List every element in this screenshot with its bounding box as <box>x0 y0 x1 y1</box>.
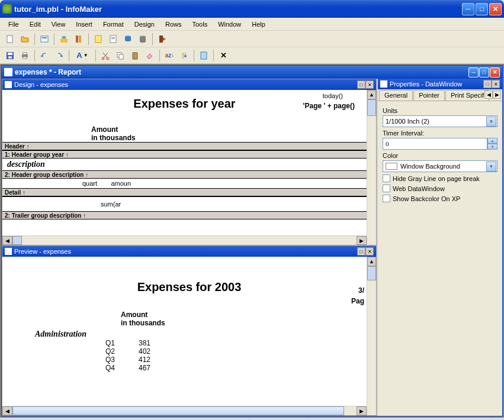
menu-design[interactable]: Design <box>130 20 159 29</box>
maximize-button[interactable]: □ <box>476 3 488 15</box>
preview-hscroll[interactable]: ◀ ▶ <box>2 406 367 415</box>
svg-rect-3 <box>60 38 68 43</box>
preview-scroll-left[interactable]: ◀ <box>2 406 12 415</box>
svg-rect-2 <box>42 37 47 38</box>
timer-input[interactable] <box>383 138 487 150</box>
library-button[interactable] <box>57 33 70 46</box>
properties-close-button[interactable]: ✕ <box>492 80 500 88</box>
scroll-left-icon[interactable]: ◀ <box>2 236 12 245</box>
preview-content[interactable]: ▲ 3/ Pag Expenses for 2003 Amount in tho… <box>2 257 376 415</box>
properties-icon <box>380 80 387 88</box>
cut-button[interactable] <box>99 49 112 62</box>
close-button[interactable]: ✕ <box>489 3 502 15</box>
band-trailer[interactable]: 2: Trailer group description ↑ <box>2 211 367 219</box>
properties-max-button[interactable]: □ <box>483 80 492 88</box>
clear-button[interactable] <box>143 49 156 62</box>
menu-help[interactable]: Help <box>247 20 270 29</box>
undo-button[interactable] <box>38 49 51 62</box>
menu-tools[interactable]: Tools <box>187 20 212 29</box>
exit-button[interactable] <box>156 33 169 46</box>
preview-max-button[interactable]: □ <box>357 247 365 256</box>
menubar: File Edit View Insert Format Design Rows… <box>0 18 504 31</box>
amount-label[interactable]: Amount in thousands <box>2 125 367 142</box>
report-maximize-button[interactable]: □ <box>479 67 489 77</box>
design-close-button[interactable]: ✕ <box>365 80 374 89</box>
design-content[interactable]: ▲ today() 'Page ' + page() Expenses for … <box>2 90 376 245</box>
svg-rect-16 <box>8 56 12 59</box>
preview-pane-icon <box>5 248 12 255</box>
sort-button[interactable]: az↓ <box>163 49 176 62</box>
page-fn-label[interactable]: 'Page ' + page() <box>303 102 355 110</box>
spinner-up[interactable]: ▲ <box>487 138 497 144</box>
pipeline-button[interactable] <box>136 33 149 46</box>
units-select[interactable]: 1/1000 Inch (2)▼ <box>383 115 497 127</box>
menu-file[interactable]: File <box>4 20 24 29</box>
tab-general[interactable]: General <box>379 90 413 101</box>
preview-hscroll-thumb[interactable] <box>12 406 344 415</box>
properties-title: Properties - DataWindow <box>390 80 483 88</box>
detail-labels[interactable]: quart amoun <box>2 179 367 188</box>
close-report-button[interactable]: ✕ <box>217 49 230 62</box>
preview-button[interactable] <box>38 33 51 46</box>
menu-format[interactable]: Format <box>98 20 129 29</box>
svg-rect-10 <box>111 38 115 39</box>
band-header[interactable]: Header ↑ <box>2 142 367 150</box>
design-hscroll[interactable]: ◀ ▶ <box>2 235 367 245</box>
toolbar-1 <box>0 31 504 47</box>
band-detail[interactable]: Detail ↑ <box>2 188 367 196</box>
tab-nav-left[interactable]: ◀ <box>484 91 493 99</box>
scroll-right-icon[interactable]: ▶ <box>357 236 367 245</box>
preview-scroll-right[interactable]: ▶ <box>357 406 367 415</box>
menu-edit[interactable]: Edit <box>25 20 46 29</box>
retrieve-button[interactable] <box>197 49 210 62</box>
tab-print[interactable]: Print Specif <box>445 90 489 101</box>
spinner-down[interactable]: ▼ <box>487 144 497 150</box>
properties-titlebar: Properties - DataWindow □ ✕ <box>378 79 502 89</box>
preview-close-button[interactable]: ✕ <box>365 247 374 256</box>
menu-view[interactable]: View <box>47 20 70 29</box>
description-label[interactable]: description <box>2 159 367 170</box>
hscroll-thumb[interactable] <box>12 236 22 245</box>
color-select[interactable]: Window Background▼ <box>383 160 497 172</box>
design-pane: Design - expenses □ ✕ ▲ <box>2 79 377 245</box>
dropdown-icon: ▼ <box>486 117 496 127</box>
band-group-desc[interactable]: 2: Header group description ↑ <box>2 170 367 179</box>
sum-label[interactable]: sum(ar <box>2 196 367 211</box>
open-button[interactable] <box>18 33 31 46</box>
preview-amount-label: Amount in thousands <box>8 311 370 327</box>
new-button[interactable] <box>4 33 17 46</box>
band-group-year[interactable]: 1: Header group year ↑ <box>2 150 367 159</box>
svg-rect-13 <box>159 35 163 43</box>
minimize-button[interactable]: ─ <box>462 3 474 15</box>
svg-rect-15 <box>8 53 12 55</box>
tab-nav-right[interactable]: ▶ <box>493 91 501 99</box>
db-profile-button[interactable] <box>72 33 85 46</box>
report-minimize-button[interactable]: ─ <box>468 67 479 77</box>
paste-button[interactable] <box>129 49 142 62</box>
menu-window[interactable]: Window <box>213 20 246 29</box>
design-max-button[interactable]: □ <box>357 80 365 89</box>
print-button[interactable] <box>18 49 31 62</box>
tab-pointer[interactable]: Pointer <box>413 90 445 101</box>
preview-pane-title: Preview - expenses □ ✕ <box>2 246 376 257</box>
today-fn-label[interactable]: today() <box>323 92 343 99</box>
check-backcolor-xp[interactable]: Show Backcolor On XP <box>383 195 497 202</box>
check-hide-gray[interactable]: Hide Gray Line on page break <box>383 175 497 182</box>
design-pane-icon <box>5 81 12 88</box>
svg-rect-28 <box>201 52 207 59</box>
copy-button[interactable] <box>114 49 127 62</box>
filter-button[interactable] <box>178 49 191 62</box>
font-button[interactable]: A▼ <box>72 49 92 62</box>
table-row: Q1381 <box>97 339 370 347</box>
menu-rows[interactable]: Rows <box>160 20 187 29</box>
query-button[interactable] <box>121 33 134 46</box>
app-title: tutor_im.pbl - InfoMaker <box>14 5 462 14</box>
report-close-button[interactable]: ✕ <box>490 67 500 77</box>
form-button[interactable] <box>92 33 105 46</box>
check-web-dw[interactable]: Web DataWindow <box>383 185 497 192</box>
preview-date: 3/ <box>358 286 364 295</box>
save-button[interactable] <box>4 49 17 62</box>
redo-button[interactable] <box>53 49 66 62</box>
report-button[interactable] <box>107 33 120 46</box>
menu-insert[interactable]: Insert <box>71 20 97 29</box>
